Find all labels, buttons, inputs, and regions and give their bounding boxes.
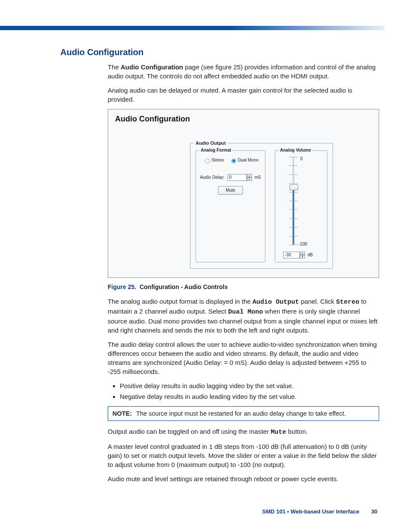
text: panel. Click — [299, 298, 336, 305]
audio-output-group: Audio Output Analog Format Stereo Dual M… — [190, 143, 333, 269]
chevron-up-icon[interactable]: ▲ — [247, 174, 252, 177]
analog-format-group: Analog Format Stereo Dual Mono Audio Del… — [196, 150, 265, 262]
radio-dualmono-label: Dual Mono — [238, 158, 258, 162]
paragraph-retain: Audio mute and level settings are retain… — [108, 474, 379, 483]
delay-bullets: Positive delay results in audio lagging … — [108, 381, 379, 401]
audio-delay-label: Audio Delay: — [200, 175, 224, 180]
group-label: Audio Output — [194, 140, 227, 146]
text: The analog audio output format is displa… — [108, 298, 252, 305]
volume-min-label: -100 — [299, 241, 307, 247]
header-bar — [0, 26, 384, 30]
mono-text: Mute — [271, 429, 286, 436]
chevron-down-icon[interactable]: ▼ — [247, 177, 252, 181]
figure-caption: Figure 25. Configuration - Audio Control… — [108, 283, 379, 292]
page-footer: SMD 101 • Web-based User Interface 30 — [262, 508, 378, 515]
analog-volume-label: Analog Volume — [279, 147, 312, 153]
radio-stereo-label: Stereo — [212, 158, 224, 162]
volume-stepper[interactable]: ▲▼ — [300, 252, 305, 258]
text: button. — [286, 428, 308, 435]
paragraph-mute: Output audio can be toggled on and off u… — [108, 427, 379, 437]
paragraph-format: The analog audio output format is displa… — [108, 297, 379, 335]
audio-delay-input[interactable]: 0 — [227, 174, 247, 181]
panel-title: Audio Configuration — [115, 114, 190, 124]
text: The — [108, 63, 121, 71]
paragraph-level: A master level control graduated in 1 dB… — [108, 442, 379, 469]
chevron-down-icon[interactable]: ▼ — [300, 255, 305, 258]
radio-stereo-input[interactable] — [205, 159, 210, 163]
chevron-up-icon[interactable]: ▲ — [300, 252, 305, 255]
analog-format-label: Analog Format — [199, 147, 233, 153]
note-label: NOTE: — [112, 410, 132, 417]
analog-volume-group: Analog Volume 0 — [275, 150, 327, 262]
volume-unit: dB — [308, 252, 313, 257]
page-number: 30 — [371, 508, 377, 515]
mono-text: Audio Output — [252, 299, 299, 306]
list-item: Negative delay results in audio leading … — [120, 392, 379, 401]
mono-text: Dual Mono — [228, 308, 263, 316]
note-text: The source input must be restarted for a… — [136, 410, 346, 417]
radio-dualmono-input[interactable] — [231, 159, 236, 163]
audio-config-screenshot: Audio Configuration Audio Output Analog … — [108, 109, 379, 278]
audio-delay-unit: mS — [255, 175, 261, 180]
section-heading: Audio Configuration — [60, 47, 379, 57]
audio-delay-row: Audio Delay: 0▲▼ mS — [196, 174, 265, 181]
volume-input[interactable]: -30 — [283, 252, 300, 258]
mute-button[interactable]: Mute — [218, 186, 243, 195]
intro-paragraph-1: The Audio Configuration page (see figure… — [108, 62, 379, 81]
note-box: NOTE:The source input must be restarted … — [108, 406, 379, 421]
intro-paragraph-2: Analog audio can be delayed or muted. A … — [108, 86, 379, 104]
figure-number: Figure 25. — [108, 283, 136, 290]
slider-thumb[interactable] — [290, 184, 298, 190]
volume-value-row: -30▲▼ dB — [283, 252, 313, 258]
list-item: Positive delay results in audio lagging … — [120, 381, 379, 390]
mono-text: Stereo — [336, 299, 359, 306]
audio-delay-stepper[interactable]: ▲▼ — [247, 174, 252, 181]
text: Output audio can be toggled on and off u… — [108, 428, 271, 435]
footer-text: SMD 101 • Web-based User Interface — [262, 508, 359, 515]
format-radios: Stereo Dual Mono — [196, 157, 265, 164]
radio-stereo[interactable]: Stereo — [202, 158, 224, 162]
volume-slider[interactable] — [285, 157, 302, 245]
paragraph-delay: The audio delay control allows the user … — [108, 340, 379, 376]
slider-ticks — [289, 157, 298, 245]
bold-text: Audio Configuration — [121, 63, 183, 71]
figure-title: Configuration - Audio Controls — [140, 283, 228, 290]
radio-dualmono[interactable]: Dual Mono — [229, 158, 258, 162]
